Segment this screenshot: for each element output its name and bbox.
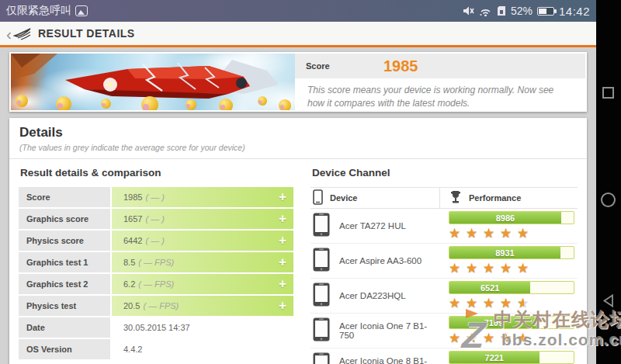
star-icon: ★★ — [466, 331, 479, 345]
expand-plus-button[interactable]: + — [279, 189, 286, 205]
back-button[interactable]: ‹ — [6, 26, 12, 42]
result-row-label: Graphics test 1 — [19, 252, 110, 272]
back-triangle-icon[interactable] — [602, 293, 615, 311]
expand-plus-button[interactable]: + — [279, 233, 286, 248]
result-row-value-cell: 4.4.2 — [112, 339, 293, 359]
result-row-value: 4.4.2 — [123, 345, 142, 354]
result-row: Graphics score 1657 ( — ) + — [19, 209, 293, 229]
tablet-icon — [313, 248, 330, 275]
threedmark-logo-icon[interactable] — [13, 26, 32, 40]
result-row: Physics score 6442 ( — ) + — [19, 231, 293, 251]
score-bar: 8986 — [449, 211, 574, 224]
result-row-value-cell: 8.5 ( — FPS) + — [112, 252, 293, 272]
phone-icon — [313, 189, 323, 206]
expand-plus-button[interactable]: + — [279, 276, 286, 292]
result-row-value: 6.2 — [123, 279, 135, 289]
details-card: Details (The values in grey indicate the… — [9, 118, 587, 364]
score-note: This score means your device is working … — [295, 78, 585, 110]
navigation-bar — [596, 0, 621, 364]
result-row-label: Physics test — [19, 296, 110, 316]
star-icon: ★★ — [500, 226, 513, 241]
tablet-icon — [313, 283, 330, 310]
device-channel-column: Device Channel Device Performance — [310, 159, 578, 364]
result-row-value-cell: 20.5 ( — FPS) + — [112, 296, 293, 316]
screen: 仅限紧急呼叫 52% 14:42 ‹ RE — [0, 0, 621, 364]
expand-plus-button[interactable]: + — [279, 255, 286, 270]
star-icon: ★★ — [466, 261, 479, 276]
device-column-header: Device — [330, 193, 357, 203]
result-row-value-cell: 1985 ( — ) + — [112, 187, 293, 207]
home-circle-icon[interactable] — [601, 192, 616, 207]
result-details-section-title: Result details & comparison — [19, 159, 293, 187]
result-row: Physics test 20.5 ( — FPS) + — [19, 296, 293, 316]
result-row: Score 1985 ( — ) + — [19, 187, 293, 207]
result-row-value-cell: 6.2 ( — FPS) + — [112, 274, 293, 294]
device-row[interactable]: Acer Iconia One 7 B1-750 7109 ★★★★★★★★★★ — [310, 314, 578, 348]
expand-plus-button[interactable]: + — [279, 211, 286, 227]
star-rating: ★★★★★★★★★★ — [449, 261, 578, 276]
details-subtitle: (The values in grey indicate the average… — [19, 143, 577, 152]
star-rating: ★★★★★★★★★★ — [449, 331, 578, 345]
device-name: Acer Aspire AA3-600 — [339, 256, 422, 265]
score-bar-fill: 6521 — [449, 282, 530, 293]
result-row-value: 8.5 — [123, 258, 135, 267]
star-icon: ★★ — [483, 331, 496, 345]
result-row: Graphics test 2 6.2 ( — FPS) + — [19, 274, 293, 294]
device-channel-section-title: Device Channel — [310, 159, 578, 187]
result-row-average: ( — FPS) — [138, 279, 174, 289]
star-icon: ★★ — [466, 296, 479, 310]
screenshot-icon — [75, 5, 88, 16]
device-table-header: Device Performance — [310, 187, 578, 209]
device-name: Acer Iconia One 7 B1-750 — [339, 321, 439, 340]
score-label: Score — [306, 61, 360, 71]
star-icon: ★★ — [517, 261, 530, 276]
tablet-icon — [313, 317, 330, 345]
benchmark-banner-image — [11, 54, 295, 110]
star-icon: ★★ — [449, 226, 462, 241]
score-bar: 7109 — [449, 316, 574, 329]
device-row[interactable]: Acer Iconia One 8 B1-810 7221 ★★★★★★★★★★ — [310, 348, 578, 364]
star-icon: ★★ — [483, 296, 496, 310]
details-title: Details — [19, 125, 577, 140]
star-icon: ★★ — [466, 226, 479, 241]
device-name: Acer Iconia One 8 B1-810 — [339, 356, 439, 364]
result-row: OS Version 4.4.2 — [19, 339, 293, 359]
device-row[interactable]: Acer Aspire AA3-600 8931 ★★★★★★★★★★ — [310, 244, 578, 279]
tablet-icon — [313, 213, 330, 240]
result-row-average: ( — FPS) — [138, 258, 174, 267]
carrier-text: 仅限紧急呼叫 — [6, 4, 71, 18]
wifi-icon — [479, 6, 492, 16]
result-row-value: 1657 — [123, 214, 142, 224]
device-name: Acer DA223HQL — [339, 291, 406, 300]
result-row-value: 1985 — [123, 192, 142, 202]
battery-percent: 52% — [511, 5, 533, 17]
result-row-label: Graphics test 2 — [19, 274, 110, 294]
device-row[interactable]: Acer TA272 HUL 8986 ★★★★★★★★★★ — [310, 209, 578, 244]
star-icon: ★★ — [500, 331, 513, 345]
score-bar-fill: 7221 — [449, 352, 539, 363]
star-icon: ★★ — [517, 226, 530, 241]
device-row[interactable]: Acer DA223HQL 6521 ★★★★★★★★★★ — [310, 279, 578, 314]
star-icon: ★★ — [500, 261, 513, 276]
recents-square-icon[interactable] — [602, 87, 614, 99]
result-row-label: OS Version — [19, 339, 110, 359]
result-details-column: Result details & comparison Score 1985 (… — [19, 159, 293, 364]
tablet-icon — [313, 352, 330, 364]
score-row: Score 1985 — [295, 54, 585, 78]
result-row: Graphics test 1 8.5 ( — FPS) + — [19, 252, 293, 272]
expand-plus-button[interactable]: + — [279, 298, 286, 314]
summary-card: Score 1985 This score means your device … — [9, 52, 587, 112]
trophy-icon — [449, 190, 462, 206]
performance-cell: 8986 ★★★★★★★★★★ — [439, 211, 578, 241]
performance-cell: 7109 ★★★★★★★★★★ — [439, 316, 578, 345]
result-row-label: Score — [19, 187, 110, 207]
star-icon: ★★ — [517, 296, 530, 310]
score-bar-fill: 8986 — [449, 212, 561, 224]
score-bar: 8931 — [449, 246, 574, 259]
star-icon: ★★ — [449, 296, 462, 310]
performance-column-header: Performance — [469, 193, 521, 203]
sim-icon — [497, 5, 506, 16]
star-icon: ★★ — [483, 261, 496, 276]
star-icon: ★★ — [517, 331, 530, 345]
result-row-average: ( — FPS) — [143, 301, 179, 310]
